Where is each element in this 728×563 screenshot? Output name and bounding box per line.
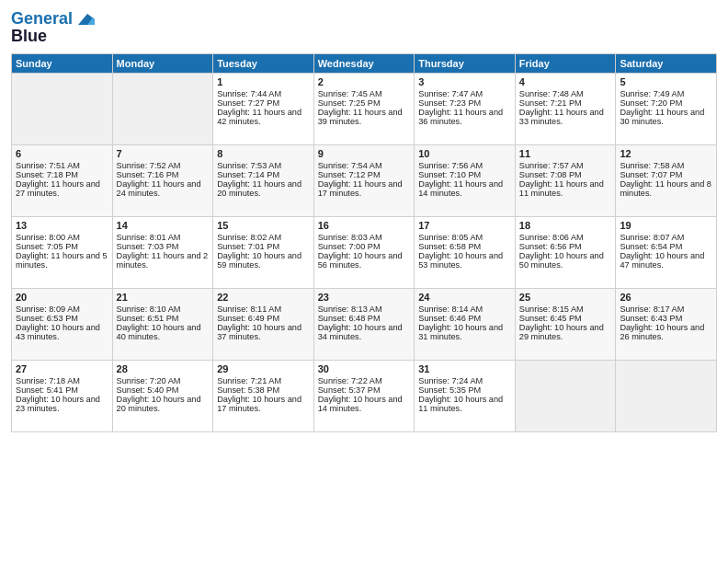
day-info: Sunset: 6:56 PM: [519, 242, 612, 251]
day-info: Sunrise: 7:57 AM: [519, 161, 612, 170]
day-info: Daylight: 10 hours and 23 minutes.: [16, 395, 108, 413]
col-header-tuesday: Tuesday: [213, 54, 314, 74]
day-info: Sunset: 5:37 PM: [318, 385, 411, 395]
day-number: 30: [318, 363, 411, 374]
day-number: 18: [519, 220, 612, 231]
day-cell: 11Sunrise: 7:57 AMSunset: 7:08 PMDayligh…: [515, 145, 616, 217]
day-number: 2: [318, 76, 411, 87]
day-info: Sunset: 6:49 PM: [217, 314, 310, 323]
day-info: Sunrise: 8:05 AM: [418, 233, 511, 242]
day-info: Sunset: 7:03 PM: [117, 242, 210, 251]
col-header-saturday: Saturday: [616, 54, 717, 74]
day-info: Sunset: 7:23 PM: [418, 98, 511, 108]
day-number: 10: [418, 148, 511, 159]
day-number: 9: [318, 148, 411, 159]
day-info: Daylight: 10 hours and 34 minutes.: [318, 323, 411, 341]
day-info: Sunrise: 8:00 AM: [16, 233, 108, 242]
day-info: Daylight: 10 hours and 14 minutes.: [318, 395, 411, 413]
day-cell: 25Sunrise: 8:15 AMSunset: 6:45 PMDayligh…: [515, 289, 616, 361]
day-info: Sunrise: 8:11 AM: [217, 304, 310, 314]
day-info: Sunrise: 8:17 AM: [620, 304, 712, 314]
col-header-friday: Friday: [515, 54, 616, 74]
day-info: Daylight: 11 hours and 8 minutes.: [620, 179, 712, 198]
day-info: Sunrise: 8:10 AM: [117, 304, 210, 314]
day-cell: 8Sunrise: 7:53 AMSunset: 7:14 PMDaylight…: [213, 145, 314, 217]
week-row-4: 20Sunrise: 8:09 AMSunset: 6:53 PMDayligh…: [12, 289, 717, 361]
day-info: Daylight: 11 hours and 14 minutes.: [418, 179, 511, 198]
day-cell: 27Sunrise: 7:18 AMSunset: 5:41 PMDayligh…: [12, 361, 113, 432]
day-cell: 19Sunrise: 8:07 AMSunset: 6:54 PMDayligh…: [616, 217, 717, 289]
day-cell: 10Sunrise: 7:56 AMSunset: 7:10 PMDayligh…: [415, 145, 516, 217]
day-info: Sunrise: 8:07 AM: [620, 233, 712, 242]
day-info: Sunset: 7:07 PM: [620, 170, 712, 179]
day-cell: [515, 361, 616, 432]
day-cell: 29Sunrise: 7:21 AMSunset: 5:38 PMDayligh…: [213, 361, 314, 432]
day-number: 1: [217, 76, 310, 87]
day-info: Sunset: 7:25 PM: [318, 98, 411, 108]
day-cell: 28Sunrise: 7:20 AMSunset: 5:40 PMDayligh…: [112, 361, 213, 432]
day-info: Daylight: 10 hours and 56 minutes.: [318, 251, 411, 270]
logo-icon: [74, 12, 95, 27]
week-row-3: 13Sunrise: 8:00 AMSunset: 7:05 PMDayligh…: [12, 217, 717, 289]
col-header-monday: Monday: [112, 54, 213, 74]
day-info: Sunrise: 7:54 AM: [318, 161, 411, 170]
day-info: Sunset: 7:01 PM: [217, 242, 310, 251]
day-info: Sunset: 7:27 PM: [217, 98, 310, 108]
day-info: Sunrise: 7:20 AM: [117, 376, 210, 385]
day-cell: 31Sunrise: 7:24 AMSunset: 5:35 PMDayligh…: [415, 361, 516, 432]
day-info: Sunset: 7:16 PM: [117, 170, 210, 179]
day-cell: 30Sunrise: 7:22 AMSunset: 5:37 PMDayligh…: [313, 361, 415, 432]
day-info: Sunset: 5:41 PM: [16, 385, 108, 395]
day-cell: 13Sunrise: 8:00 AMSunset: 7:05 PMDayligh…: [12, 217, 113, 289]
day-cell: 12Sunrise: 7:58 AMSunset: 7:07 PMDayligh…: [616, 145, 717, 217]
day-cell: 6Sunrise: 7:51 AMSunset: 7:18 PMDaylight…: [12, 145, 113, 217]
day-number: 25: [519, 292, 612, 303]
day-info: Sunrise: 7:52 AM: [117, 161, 210, 170]
day-info: Sunrise: 7:21 AM: [217, 376, 310, 385]
day-info: Sunset: 6:45 PM: [519, 314, 612, 323]
day-info: Daylight: 11 hours and 33 minutes.: [519, 108, 612, 126]
logo-blue: Blue: [11, 27, 47, 46]
header-row: SundayMondayTuesdayWednesdayThursdayFrid…: [12, 54, 717, 74]
day-info: Daylight: 10 hours and 40 minutes.: [117, 323, 210, 341]
day-number: 5: [620, 76, 712, 87]
day-number: 21: [117, 292, 210, 303]
day-info: Daylight: 11 hours and 42 minutes.: [217, 108, 310, 126]
day-info: Sunrise: 7:45 AM: [318, 89, 411, 98]
day-info: Daylight: 10 hours and 53 minutes.: [418, 251, 511, 270]
day-info: Sunrise: 7:18 AM: [16, 376, 108, 385]
day-info: Sunset: 7:00 PM: [318, 242, 411, 251]
day-info: Sunrise: 7:22 AM: [318, 376, 411, 385]
day-info: Sunset: 6:43 PM: [620, 314, 712, 323]
day-info: Sunrise: 7:58 AM: [620, 161, 712, 170]
day-info: Sunset: 7:21 PM: [519, 98, 612, 108]
page-container: General Blue SundayMondayTuesdayWednesda…: [0, 0, 728, 440]
day-cell: 16Sunrise: 8:03 AMSunset: 7:00 PMDayligh…: [313, 217, 415, 289]
day-info: Sunrise: 7:24 AM: [418, 376, 511, 385]
day-info: Sunset: 6:54 PM: [620, 242, 712, 251]
day-info: Sunrise: 8:13 AM: [318, 304, 411, 314]
day-info: Sunrise: 8:02 AM: [217, 233, 310, 242]
day-number: 19: [620, 220, 712, 231]
day-info: Sunrise: 7:56 AM: [418, 161, 511, 170]
day-number: 22: [217, 292, 310, 303]
day-number: 24: [418, 292, 511, 303]
day-info: Daylight: 10 hours and 20 minutes.: [117, 395, 210, 413]
calendar-table: SundayMondayTuesdayWednesdayThursdayFrid…: [11, 53, 717, 432]
day-cell: 14Sunrise: 8:01 AMSunset: 7:03 PMDayligh…: [112, 217, 213, 289]
day-info: Daylight: 11 hours and 2 minutes.: [117, 251, 210, 270]
day-cell: [616, 361, 717, 432]
col-header-sunday: Sunday: [12, 54, 113, 74]
week-row-5: 27Sunrise: 7:18 AMSunset: 5:41 PMDayligh…: [12, 361, 717, 432]
day-info: Sunrise: 8:09 AM: [16, 304, 108, 314]
day-cell: 1Sunrise: 7:44 AMSunset: 7:27 PMDaylight…: [213, 74, 314, 145]
logo: General Blue: [11, 9, 95, 46]
day-info: Sunset: 7:05 PM: [16, 242, 108, 251]
day-number: 29: [217, 363, 310, 374]
day-cell: 3Sunrise: 7:47 AMSunset: 7:23 PMDaylight…: [415, 74, 516, 145]
day-number: 17: [418, 220, 511, 231]
day-info: Sunset: 6:58 PM: [418, 242, 511, 251]
day-number: 3: [418, 76, 511, 87]
day-info: Sunrise: 8:03 AM: [318, 233, 411, 242]
day-info: Sunrise: 7:53 AM: [217, 161, 310, 170]
